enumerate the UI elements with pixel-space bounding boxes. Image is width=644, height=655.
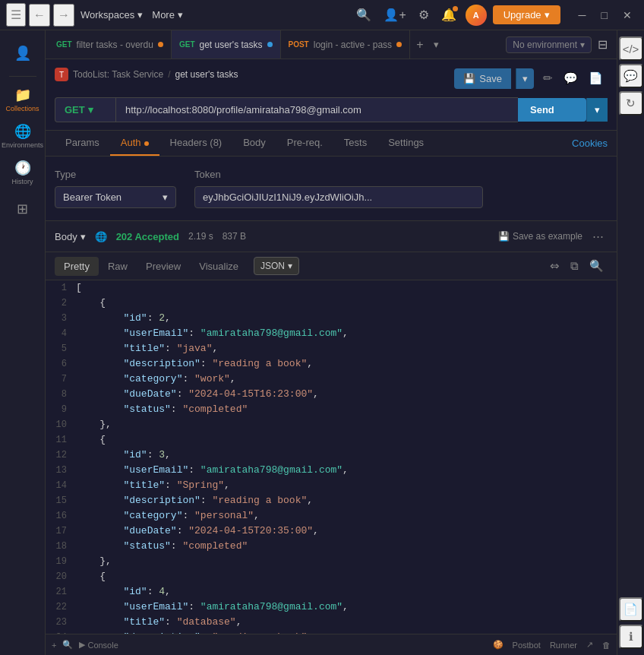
hamburger-button[interactable]: ☰ (6, 3, 26, 27)
auth-type-label: Type (55, 169, 176, 180)
info-button[interactable]: 📄 (584, 67, 608, 90)
url-input[interactable] (115, 97, 518, 122)
code-line-10: 10 }, (46, 417, 617, 432)
edit-button[interactable]: ✏ (538, 67, 557, 90)
save-button[interactable]: 💾 Save (454, 68, 511, 89)
method-select[interactable]: GET ▾ (55, 97, 115, 122)
send-button[interactable]: Send (518, 98, 586, 122)
titlebar: ☰ ← → Workspaces ▾ More ▾ 🔍 👤+ ⚙ 🔔 A Upg… (0, 0, 644, 30)
line-num-2: 2 (46, 296, 76, 311)
back-button[interactable]: ← (29, 4, 50, 27)
more-button[interactable]: More ▾ (152, 9, 183, 21)
copy-button[interactable]: ⧉ (567, 255, 582, 277)
cookies-link[interactable]: Cookies (572, 131, 608, 155)
sidebar-item-environments[interactable]: 🌐 Environments (6, 119, 39, 153)
rp-comment-button[interactable]: 💬 (619, 64, 643, 88)
save-dropdown-button[interactable]: ▾ (516, 68, 534, 89)
auth-type-select[interactable]: Bearer Token ▾ (55, 186, 176, 208)
code-line-19: 19 }, (46, 554, 617, 569)
env-selector[interactable]: No environment ▾ (506, 36, 592, 53)
env-expand-button[interactable]: ⊟ (595, 34, 611, 55)
sidebar-item-account[interactable]: 👤 (6, 36, 39, 70)
format-tab-raw[interactable]: Raw (99, 257, 137, 276)
tab-filter-tasks[interactable]: GET filter tasks - overdu (49, 30, 172, 59)
avatar[interactable]: A (466, 5, 487, 26)
send-dropdown-button[interactable]: ▾ (586, 98, 608, 122)
maximize-button[interactable]: □ (595, 6, 614, 24)
format-type-value: JSON (260, 261, 285, 271)
line-num-22: 22 (46, 600, 76, 615)
tabs-overflow-button[interactable]: ▾ (429, 39, 444, 50)
tab-nav-prereq[interactable]: Pre-req. (276, 131, 333, 156)
line-num-17: 17 (46, 524, 76, 539)
rp-share-button[interactable]: 📄 (619, 597, 643, 622)
code-line-16: 16 "category": "personal", (46, 508, 617, 524)
console-button[interactable]: ▶ Console (79, 640, 118, 650)
notification-button[interactable]: 🔔 (438, 5, 459, 25)
right-panel: </> 💬 ↻ 📄 ℹ (617, 30, 644, 655)
tab-dot-2 (267, 42, 273, 47)
postbot-label: Postbot (513, 641, 541, 650)
tab-nav-body[interactable]: Body (232, 131, 276, 156)
status-badge: 202 Accepted (116, 231, 179, 242)
format-type-select[interactable]: JSON ▾ (254, 257, 299, 275)
line-num-10: 10 (46, 417, 76, 432)
bottom-right: 🍪 Postbot Runner ↗ 🗑 (493, 640, 611, 650)
code-line-3: 3 "id": 2, (46, 311, 617, 326)
auth-token-input[interactable] (194, 186, 483, 208)
tab-nav-headers[interactable]: Headers (8) (159, 131, 233, 156)
postbot-button[interactable]: Postbot (513, 641, 541, 650)
share-button[interactable]: ↗ (586, 640, 593, 650)
search-bottom-button[interactable]: 🔍 (62, 640, 73, 650)
code-line-11: 11 { (46, 432, 617, 448)
tab-get-user-tasks[interactable]: GET get user's tasks (172, 30, 281, 59)
comment-button[interactable]: 💬 (559, 67, 582, 90)
line-num-8: 8 (46, 387, 76, 402)
line-content-2: { (76, 296, 617, 311)
minimize-button[interactable]: ─ (573, 6, 592, 24)
nav-controls: ☰ ← → (6, 3, 74, 27)
app-body: 👤 📁 Collections 🌐 Environments 🕐 History… (0, 30, 644, 655)
sidebar-item-history[interactable]: 🕐 History (6, 156, 39, 189)
close-button[interactable]: ✕ (617, 6, 638, 24)
console-label: Console (87, 641, 118, 650)
tab-login[interactable]: POST login - active - pass (281, 30, 411, 59)
rp-refresh-button[interactable]: ↻ (619, 91, 643, 115)
cookie-icon-button[interactable]: 🍪 (493, 640, 504, 650)
tab-label-3: login - active - pass (314, 40, 392, 50)
search-button[interactable]: 🔍 (353, 5, 374, 25)
format-tab-preview[interactable]: Preview (137, 257, 190, 276)
save-example-button[interactable]: 💾 Save as example (498, 231, 582, 242)
tab-nav-auth[interactable]: Auth (110, 131, 159, 156)
workspaces-button[interactable]: Workspaces ▾ (80, 9, 143, 21)
add-button[interactable]: + (52, 641, 56, 650)
add-user-button[interactable]: 👤+ (380, 5, 409, 25)
add-tab-button[interactable]: + (410, 38, 429, 52)
line-num-16: 16 (46, 508, 76, 524)
line-content-15: "description": "reading a book", (76, 493, 617, 508)
sidebar-item-components[interactable]: ⊞ (6, 192, 39, 226)
tab-nav-params[interactable]: Params (55, 131, 110, 156)
search-response-button[interactable]: 🔍 (586, 255, 608, 277)
line-content-18: "status": "completed" (76, 539, 617, 554)
cookies-label: Cookies (572, 138, 608, 149)
rp-code-button[interactable]: </> (619, 36, 643, 61)
rp-info-button[interactable]: ℹ (619, 625, 643, 649)
main-content: GET filter tasks - overdu GET get user's… (46, 30, 617, 655)
upgrade-button[interactable]: Upgrade ▾ (493, 5, 560, 24)
forward-button[interactable]: → (53, 4, 74, 27)
format-wrap-button[interactable]: ⇔ (546, 255, 564, 277)
more-options-button[interactable]: ⋯ (589, 226, 608, 247)
format-tab-pretty[interactable]: Pretty (55, 257, 99, 276)
auth-type-group: Type Bearer Token ▾ (55, 169, 176, 208)
settings-button[interactable]: ⚙ (415, 5, 432, 25)
trash-button[interactable]: 🗑 (602, 641, 611, 650)
body-chevron[interactable]: ▾ (80, 231, 86, 242)
body-text: Body (55, 231, 77, 242)
code-line-18: 18 "status": "completed" (46, 539, 617, 554)
runner-button[interactable]: Runner (550, 641, 577, 650)
tab-nav-settings[interactable]: Settings (377, 131, 434, 156)
format-tab-visualize[interactable]: Visualize (190, 257, 248, 276)
sidebar-item-collections[interactable]: 📁 Collections (6, 83, 39, 116)
tab-nav-tests[interactable]: Tests (333, 131, 377, 156)
